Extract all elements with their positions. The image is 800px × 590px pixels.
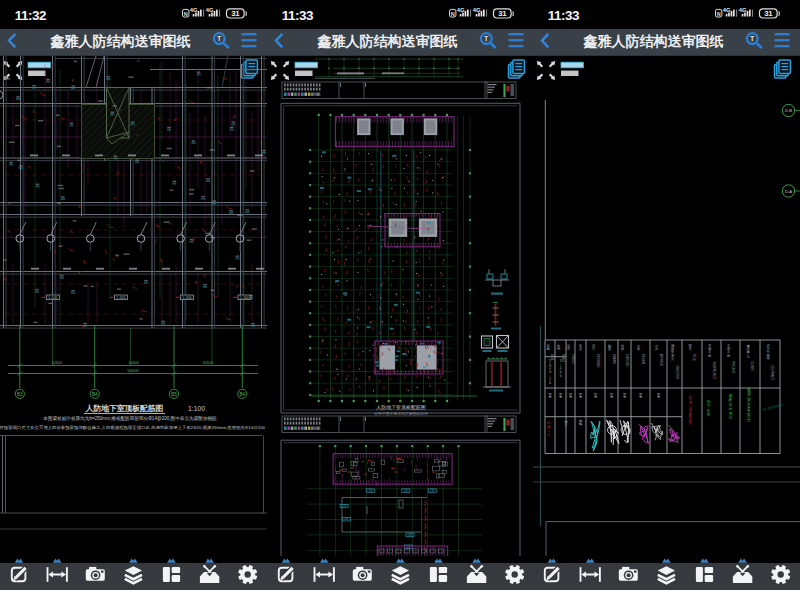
svg-text:目: 目 — [729, 415, 733, 420]
svg-text:56400: 56400 — [127, 368, 139, 373]
svg-text:鑫雅人防结构送审图纸: 鑫雅人防结构送审图纸 — [316, 33, 457, 49]
svg-text:号: 号 — [559, 395, 563, 399]
svg-text:2B: 2B — [342, 504, 346, 508]
svg-text:4G: 4G — [456, 7, 464, 13]
svg-text:例: 例 — [557, 347, 561, 351]
svg-text:2B: 2B — [430, 489, 434, 493]
svg-text:4G: 4G — [723, 7, 731, 13]
svg-text:0: 0 — [560, 374, 562, 378]
svg-text:人防地下室底板配筋图: 人防地下室底板配筋图 — [376, 404, 425, 411]
svg-text:计: 计 — [592, 347, 596, 351]
svg-text:位: 位 — [747, 354, 751, 358]
svg-text:名: 名 — [689, 347, 692, 351]
svg-text:0: 0 — [549, 381, 551, 385]
svg-text:号: 号 — [579, 395, 583, 399]
svg-text:SJ-2023(039)-: SJ-2023(039)- — [763, 402, 785, 411]
svg-text:STATUS: STATUS — [571, 354, 575, 364]
svg-text:0: 0 — [548, 433, 550, 437]
svg-text:号: 号 — [639, 395, 643, 399]
svg-text:SUBPROJECT: SUBPROJECT — [712, 362, 716, 380]
svg-text:号: 号 — [569, 395, 573, 399]
svg-text:鑫雅人防结构送审图纸: 鑫雅人防结构送审图纸 — [583, 33, 724, 49]
svg-text:1:100: 1:100 — [188, 405, 205, 412]
svg-text:号: 号 — [623, 395, 627, 399]
svg-text:B5: B5 — [171, 392, 177, 397]
svg-text:PROJECT: PROJECT — [731, 362, 735, 375]
svg-text:DESIGNED: DESIGNED — [596, 354, 600, 368]
svg-text:司: 司 — [747, 419, 751, 423]
svg-text:称: 称 — [727, 354, 731, 358]
svg-text:结构平面布置详见结施图纸说明: 结构平面布置详见结施图纸说明 — [373, 411, 427, 416]
svg-text:L-100: L-100 — [117, 296, 126, 300]
svg-text:号: 号 — [767, 357, 771, 361]
svg-text:TITLE: TITLE — [692, 354, 696, 361]
svg-text:本图梁板标注板厚均为h=250mm,楼板配筋双层双向Φ14@: 本图梁板标注板厚均为h=250mm,楼板配筋双层双向Φ14@200,图中表示为梁… — [43, 415, 217, 422]
svg-text:T: T — [484, 35, 488, 42]
svg-text:4G: 4G — [206, 7, 214, 13]
svg-text:CONTRACT: CONTRACT — [770, 366, 774, 381]
svg-text:期: 期 — [547, 347, 551, 351]
svg-text:CHECKED: CHECKED — [625, 354, 629, 367]
svg-text:号: 号 — [549, 395, 553, 399]
svg-text:核: 核 — [620, 347, 625, 351]
svg-text:31: 31 — [498, 9, 507, 18]
svg-text:T: T — [217, 35, 221, 42]
svg-text:号: 号 — [657, 395, 661, 399]
svg-text:业: 业 — [579, 347, 583, 351]
svg-text:L-100: L-100 — [49, 296, 58, 300]
svg-text:DRAWN: DRAWN — [612, 354, 616, 364]
svg-text:4G: 4G — [190, 7, 198, 13]
svg-text:B4: B4 — [92, 392, 98, 397]
svg-text:11:33: 11:33 — [282, 8, 314, 23]
svg-text:6400: 6400 — [129, 360, 139, 365]
svg-text:4G: 4G — [472, 7, 480, 13]
svg-text:REVIEW: REVIEW — [641, 354, 645, 365]
svg-text:图: 图 — [689, 421, 692, 425]
svg-text:6400: 6400 — [52, 360, 62, 365]
svg-text:风井预留洞口尺寸及位置与人防设备预留预埋配合施工,人防板钢筋: 风井预留洞口尺寸及位置与人防设备预留预埋配合施工,人防板钢筋预留互锚口处,先浇筑… — [0, 425, 266, 431]
svg-text:N: N — [184, 11, 188, 17]
svg-text:CLIENT: CLIENT — [750, 362, 754, 372]
svg-text:31: 31 — [231, 9, 240, 18]
svg-text:态: 态 — [566, 347, 571, 351]
svg-text:DIRECTOR: DIRECTOR — [675, 366, 679, 380]
svg-text:人防地下室顶板配筋图: 人防地下室顶板配筋图 — [85, 404, 164, 413]
svg-text:N: N — [717, 11, 721, 17]
svg-text:6400: 6400 — [203, 360, 213, 365]
svg-text:2B: 2B — [368, 489, 372, 493]
svg-text:库: 库 — [707, 412, 711, 417]
svg-text:B4: B4 — [239, 392, 245, 397]
svg-text:4G: 4G — [739, 7, 747, 13]
svg-text:11:33: 11:33 — [548, 8, 580, 23]
svg-text:人: 人 — [671, 357, 675, 361]
svg-text:D-B: D-B — [785, 108, 792, 113]
svg-text:核: 核 — [636, 347, 641, 351]
svg-text:L-100: L-100 — [240, 296, 249, 300]
svg-text:2B: 2B — [344, 517, 348, 521]
svg-text:31: 31 — [765, 9, 774, 18]
svg-text:称: 称 — [708, 354, 712, 358]
svg-text:号: 号 — [594, 395, 598, 399]
svg-text:计: 计 — [565, 423, 569, 427]
svg-text:B3: B3 — [17, 392, 23, 397]
svg-text:T: T — [751, 35, 755, 42]
svg-text:鑫雅人防结构送审图纸: 鑫雅人防结构送审图纸 — [50, 33, 191, 49]
svg-text:号: 号 — [610, 395, 614, 399]
svg-text:APPROVE: APPROVE — [659, 354, 663, 367]
svg-text:N: N — [450, 11, 454, 17]
svg-text:L-100: L-100 — [183, 296, 192, 300]
svg-text:2B: 2B — [404, 489, 408, 493]
svg-text:11:32: 11:32 — [15, 8, 46, 23]
svg-text:施: 施 — [579, 422, 583, 426]
svg-text:D-A: D-A — [785, 189, 792, 194]
svg-text:图: 图 — [608, 347, 611, 351]
svg-text:定: 定 — [655, 347, 659, 351]
svg-text:2B: 2B — [408, 533, 412, 537]
